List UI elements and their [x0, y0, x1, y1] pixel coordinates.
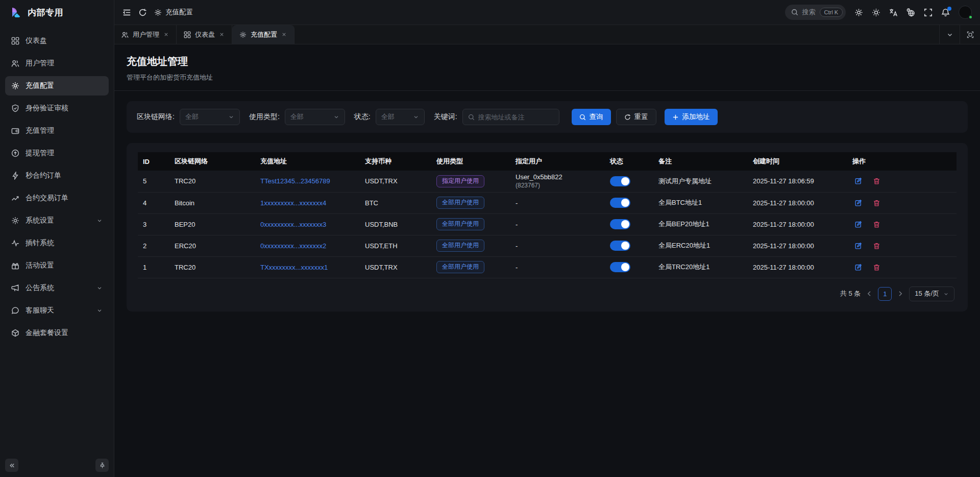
prev-page-button[interactable] [866, 290, 873, 297]
page-number-button[interactable]: 1 [878, 287, 892, 301]
cell-id: 3 [138, 213, 169, 235]
sidebar-item-activity-settings[interactable]: 活动设置 [5, 256, 109, 275]
address-link[interactable]: TTest12345...23456789 [260, 177, 330, 185]
refresh-icon[interactable] [138, 8, 147, 17]
sidebar-collapse-button[interactable] [5, 459, 18, 472]
global-search[interactable]: 搜索 Ctrl K [785, 5, 846, 20]
address-link[interactable]: 1xxxxxxxxx...xxxxxxx4 [260, 199, 326, 207]
table-row: 3BEP200xxxxxxxxx...xxxxxxx3USDT,BNB全部用户使… [138, 213, 957, 235]
tab-user-management[interactable]: 用户管理 [114, 25, 177, 44]
cell-status [605, 171, 653, 192]
add-address-button[interactable]: 添加地址 [665, 109, 718, 125]
search-icon [579, 114, 586, 121]
cell-id: 5 [138, 171, 169, 192]
settings-gear-icon[interactable] [854, 8, 863, 17]
status-filter-select[interactable]: 全部 [376, 109, 425, 125]
package-icon [11, 329, 19, 337]
close-icon[interactable] [281, 32, 287, 37]
use-type-badge: 全部用户使用 [436, 218, 484, 230]
keyword-input[interactable] [478, 113, 554, 121]
column-header: 创建时间 [748, 152, 847, 171]
delete-button[interactable] [871, 240, 882, 251]
status-toggle[interactable] [610, 198, 630, 208]
cell-created-time: 2025-11-27 18:00:00 [748, 213, 847, 235]
notifications-button[interactable] [941, 8, 950, 17]
sidebar-item-pin-system[interactable]: 插针系统 [5, 233, 109, 253]
edit-button[interactable] [852, 219, 864, 230]
cell-status [605, 235, 653, 256]
sidebar-item-finance-package-settings[interactable]: 金融套餐设置 [5, 323, 109, 343]
close-icon[interactable] [219, 32, 225, 37]
chat-icon [11, 306, 19, 315]
status-toggle[interactable] [610, 241, 630, 251]
edit-button[interactable] [852, 240, 864, 251]
search-icon [468, 114, 475, 121]
sidebar-item-second-contract-orders[interactable]: 秒合约订单 [5, 166, 109, 185]
user-name: - [516, 221, 600, 228]
sidebar-menu: 仪表盘用户管理充值配置身份验证审核充值管理提现管理秒合约订单合约交易订单系统设置… [0, 25, 114, 454]
sidebar-item-user-management[interactable]: 用户管理 [5, 54, 109, 73]
cell-coins: USDT,BNB [360, 213, 431, 235]
delete-button[interactable] [871, 261, 882, 273]
sidebar-item-label: 秒合约订单 [26, 171, 61, 180]
cell-coins: USDT,TRX [360, 171, 431, 192]
cell-network: TRC20 [169, 256, 255, 278]
language-translate-icon[interactable] [889, 8, 898, 17]
address-link[interactable]: TXxxxxxxxx...xxxxxxx1 [260, 264, 328, 271]
network-filter-select[interactable]: 全部 [180, 109, 240, 125]
top-header: 充值配置 搜索 Ctrl K [114, 0, 980, 25]
chevron-down-icon [96, 218, 103, 224]
timezone-globe-icon[interactable] [906, 8, 915, 17]
tab-recharge-config[interactable]: 充值配置 [232, 25, 295, 44]
chevron-down-icon [333, 114, 339, 120]
theme-sun-icon[interactable] [872, 8, 880, 17]
search-placeholder-text: 搜索 [802, 8, 816, 17]
megaphone-icon [11, 284, 19, 292]
edit-button[interactable] [852, 197, 864, 208]
sidebar-item-label: 插针系统 [26, 238, 54, 248]
sidebar-item-customer-chat[interactable]: 客服聊天 [5, 301, 109, 320]
query-button[interactable]: 查询 [572, 109, 611, 125]
sidebar-item-withdraw-management[interactable]: 提现管理 [5, 144, 109, 163]
sidebar-item-kyc-review[interactable]: 身份验证审核 [5, 99, 109, 118]
sidebar-item-system-settings[interactable]: 系统设置 [5, 211, 109, 230]
address-link[interactable]: 0xxxxxxxxx...xxxxxxx3 [260, 221, 326, 228]
use-type-badge: 全部用户使用 [436, 197, 484, 209]
delete-button[interactable] [871, 219, 882, 230]
user-avatar[interactable] [959, 6, 972, 19]
type-filter-select[interactable]: 全部 [285, 109, 345, 125]
sidebar-item-recharge-config[interactable]: 充值配置 [5, 76, 109, 96]
tabs-dropdown-button[interactable] [939, 25, 960, 44]
delete-button[interactable] [871, 197, 882, 208]
tab-dashboard[interactable]: 仪表盘 [177, 25, 232, 44]
status-toggle[interactable] [610, 219, 630, 229]
cell-id: 2 [138, 235, 169, 256]
notification-dot [947, 7, 951, 11]
close-icon[interactable] [163, 32, 169, 37]
edit-button[interactable] [852, 261, 864, 273]
table-row: 1TRC20TXxxxxxxxx...xxxxxxx1USDT,TRX全部用户使… [138, 256, 957, 278]
fullscreen-icon[interactable] [924, 8, 933, 17]
cell-user: - [510, 213, 605, 235]
status-toggle[interactable] [610, 262, 630, 272]
cell-status [605, 256, 653, 278]
reset-button[interactable]: 重置 [616, 109, 656, 125]
delete-button[interactable] [871, 176, 882, 187]
content-maximize-button[interactable] [960, 25, 980, 44]
address-link[interactable]: 0xxxxxxxxx...xxxxxxx2 [260, 242, 326, 250]
next-page-button[interactable] [897, 290, 904, 297]
sidebar-item-announcement-system[interactable]: 公告系统 [5, 278, 109, 298]
tab-tools [939, 25, 980, 44]
sidebar-item-contract-trade-orders[interactable]: 合约交易订单 [5, 188, 109, 208]
sidebar-pin-button[interactable] [95, 459, 109, 472]
sidebar-item-recharge-management[interactable]: 充值管理 [5, 121, 109, 140]
cell-address: 0xxxxxxxxx...xxxxxxx2 [255, 235, 360, 256]
table-row: 4Bitcoin1xxxxxxxxx...xxxxxxx4BTC全部用户使用-全… [138, 192, 957, 213]
sidebar-item-label: 客服聊天 [26, 306, 54, 315]
status-toggle[interactable] [610, 176, 630, 186]
edit-button[interactable] [852, 176, 864, 187]
menu-fold-icon[interactable] [122, 8, 131, 17]
page-size-select[interactable]: 15 条/页 [909, 287, 954, 301]
sidebar-item-dashboard[interactable]: 仪表盘 [5, 31, 109, 51]
breadcrumb-label: 充值配置 [165, 8, 193, 17]
